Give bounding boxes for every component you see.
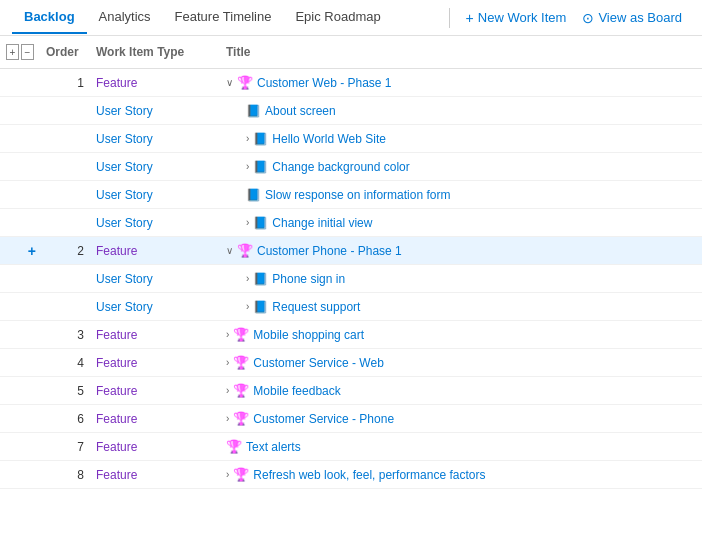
type-cell: Feature	[90, 382, 220, 400]
add-child-button[interactable]: +	[28, 243, 36, 259]
view-as-board-button[interactable]: ⊙ View as Board	[574, 6, 690, 30]
expand-collapse-controls[interactable]: + −	[0, 40, 40, 64]
table-header: + − Order Work Item Type Title	[0, 36, 702, 69]
title-cell: ›🏆Mobile shopping cart	[220, 325, 702, 344]
type-cell: Feature	[90, 326, 220, 344]
title-cell: ›📘Phone sign in	[220, 270, 702, 288]
work-item-title[interactable]: Customer Service - Web	[253, 356, 383, 370]
story-icon: 📘	[253, 300, 268, 314]
order-cell: 8	[40, 468, 90, 482]
expand-chevron-icon[interactable]: ›	[246, 301, 249, 312]
expand-chevron-icon[interactable]: ›	[226, 469, 229, 480]
story-icon: 📘	[253, 272, 268, 286]
expand-chevron-icon[interactable]: ∨	[226, 77, 233, 88]
trophy-icon: 🏆	[233, 411, 249, 426]
type-cell: Feature	[90, 242, 220, 260]
tab-analytics[interactable]: Analytics	[87, 1, 163, 34]
type-cell: User Story	[90, 130, 220, 148]
type-cell: Feature	[90, 354, 220, 372]
collapse-all-button[interactable]: −	[21, 44, 34, 60]
tab-backlog[interactable]: Backlog	[12, 1, 87, 34]
title-cell: ›🏆Customer Service - Web	[220, 353, 702, 372]
title-cell: 📘Slow response on information form	[220, 186, 702, 204]
expand-chevron-icon[interactable]: ›	[226, 385, 229, 396]
expand-chevron-icon[interactable]: ›	[246, 273, 249, 284]
story-icon: 📘	[253, 132, 268, 146]
tab-feature-timeline[interactable]: Feature Timeline	[163, 1, 284, 34]
tab-epic-roadmap[interactable]: Epic Roadmap	[283, 1, 392, 34]
title-cell: ›📘Request support	[220, 298, 702, 316]
work-item-title[interactable]: Refresh web look, feel, performance fact…	[253, 468, 485, 482]
title-cell: ›📘Change initial view	[220, 214, 702, 232]
order-cell: 5	[40, 384, 90, 398]
expand-chevron-icon[interactable]: ›	[246, 133, 249, 144]
expand-chevron-icon[interactable]: ›	[246, 217, 249, 228]
type-cell: User Story	[90, 298, 220, 316]
plus-icon: +	[466, 10, 474, 26]
work-item-title[interactable]: Customer Web - Phase 1	[257, 76, 392, 90]
board-icon: ⊙	[582, 10, 594, 26]
trophy-icon: 🏆	[233, 355, 249, 370]
expand-all-button[interactable]: +	[6, 44, 19, 60]
work-item-title[interactable]: Customer Service - Phone	[253, 412, 394, 426]
table-row: 6Feature›🏆Customer Service - Phone	[0, 405, 702, 433]
work-item-title[interactable]: Phone sign in	[272, 272, 345, 286]
table-row: 8Feature›🏆Refresh web look, feel, perfor…	[0, 461, 702, 489]
order-cell: 2	[40, 244, 90, 258]
work-item-title[interactable]: Mobile shopping cart	[253, 328, 364, 342]
expand-chevron-icon[interactable]: ∨	[226, 245, 233, 256]
expand-chevron-icon[interactable]: ›	[246, 161, 249, 172]
row-controls: +	[0, 243, 40, 259]
work-item-title[interactable]: Hello World Web Site	[272, 132, 386, 146]
type-cell: User Story	[90, 270, 220, 288]
work-item-title[interactable]: Request support	[272, 300, 360, 314]
expand-chevron-icon[interactable]: ›	[226, 357, 229, 368]
table-body: 1Feature∨🏆Customer Web - Phase 1User Sto…	[0, 69, 702, 489]
work-item-title[interactable]: Change background color	[272, 160, 409, 174]
title-cell: ›🏆Refresh web look, feel, performance fa…	[220, 465, 702, 484]
table-row: User Story›📘Request support	[0, 293, 702, 321]
work-item-type-header: Work Item Type	[90, 41, 220, 63]
table-row: 5Feature›🏆Mobile feedback	[0, 377, 702, 405]
title-header: Title	[220, 41, 702, 63]
work-item-title[interactable]: Slow response on information form	[265, 188, 450, 202]
trophy-icon: 🏆	[226, 439, 242, 454]
type-cell: Feature	[90, 74, 220, 92]
work-item-title[interactable]: Customer Phone - Phase 1	[257, 244, 402, 258]
new-work-item-label: New Work Item	[478, 10, 567, 25]
title-cell: ∨🏆Customer Web - Phase 1	[220, 73, 702, 92]
table-row: User Story›📘Phone sign in	[0, 265, 702, 293]
type-cell: User Story	[90, 186, 220, 204]
order-cell: 7	[40, 440, 90, 454]
type-cell: Feature	[90, 466, 220, 484]
work-item-title[interactable]: About screen	[265, 104, 336, 118]
trophy-icon: 🏆	[233, 467, 249, 482]
story-icon: 📘	[253, 216, 268, 230]
expand-chevron-icon[interactable]: ›	[226, 413, 229, 424]
type-cell: Feature	[90, 438, 220, 456]
table-row: 1Feature∨🏆Customer Web - Phase 1	[0, 69, 702, 97]
expand-chevron-icon[interactable]: ›	[226, 329, 229, 340]
trophy-icon: 🏆	[237, 75, 253, 90]
new-work-item-button[interactable]: + New Work Item	[458, 6, 575, 30]
trophy-icon: 🏆	[237, 243, 253, 258]
work-item-title[interactable]: Text alerts	[246, 440, 301, 454]
table-row: User Story📘About screen	[0, 97, 702, 125]
nav-actions: + New Work Item ⊙ View as Board	[458, 6, 690, 30]
trophy-icon: 🏆	[233, 383, 249, 398]
table-row: 3Feature›🏆Mobile shopping cart	[0, 321, 702, 349]
type-cell: User Story	[90, 214, 220, 232]
backlog-table: + − Order Work Item Type Title 1Feature∨…	[0, 36, 702, 489]
story-icon: 📘	[246, 104, 261, 118]
work-item-title[interactable]: Change initial view	[272, 216, 372, 230]
table-row: User Story›📘Hello World Web Site	[0, 125, 702, 153]
type-cell: User Story	[90, 102, 220, 120]
story-icon: 📘	[253, 160, 268, 174]
nav-bar: Backlog Analytics Feature Timeline Epic …	[0, 0, 702, 36]
work-item-title[interactable]: Mobile feedback	[253, 384, 340, 398]
order-cell: 4	[40, 356, 90, 370]
order-cell: 1	[40, 76, 90, 90]
table-row: 4Feature›🏆Customer Service - Web	[0, 349, 702, 377]
title-cell: 🏆Text alerts	[220, 437, 702, 456]
nav-divider	[449, 8, 450, 28]
